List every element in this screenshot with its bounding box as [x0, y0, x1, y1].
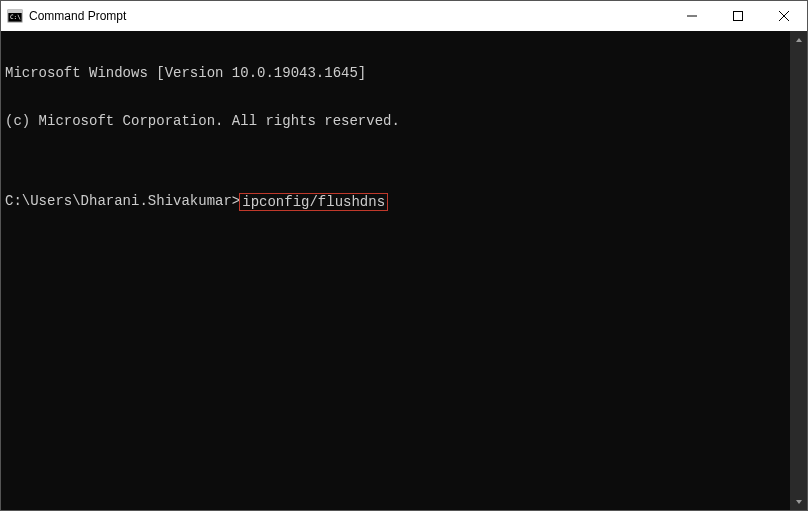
terminal-output-line: Microsoft Windows [Version 10.0.19043.16…	[5, 65, 790, 81]
maximize-button[interactable]	[715, 1, 761, 31]
app-icon: C:\	[7, 8, 23, 24]
window-title: Command Prompt	[29, 9, 669, 23]
close-icon	[779, 11, 789, 21]
terminal-output-line: (c) Microsoft Corporation. All rights re…	[5, 113, 790, 129]
vertical-scrollbar[interactable]	[790, 31, 807, 510]
scroll-down-arrow-icon[interactable]	[790, 493, 807, 510]
scroll-up-arrow-icon[interactable]	[790, 31, 807, 48]
svg-text:C:\: C:\	[10, 13, 21, 20]
terminal-prompt: C:\Users\Dharani.Shivakumar>	[5, 193, 240, 211]
close-button[interactable]	[761, 1, 807, 31]
titlebar[interactable]: C:\ Command Prompt	[1, 1, 807, 31]
content-area: Microsoft Windows [Version 10.0.19043.16…	[1, 31, 807, 510]
window-controls	[669, 1, 807, 31]
maximize-icon	[733, 11, 743, 21]
command-prompt-window: C:\ Command Prompt	[0, 0, 808, 511]
terminal[interactable]: Microsoft Windows [Version 10.0.19043.16…	[1, 31, 790, 510]
svg-rect-4	[734, 12, 743, 21]
terminal-command-highlight: ipconfig/flushdns	[239, 193, 388, 211]
terminal-prompt-line: C:\Users\Dharani.Shivakumar>ipconfig/flu…	[5, 193, 790, 211]
minimize-icon	[687, 11, 697, 21]
minimize-button[interactable]	[669, 1, 715, 31]
